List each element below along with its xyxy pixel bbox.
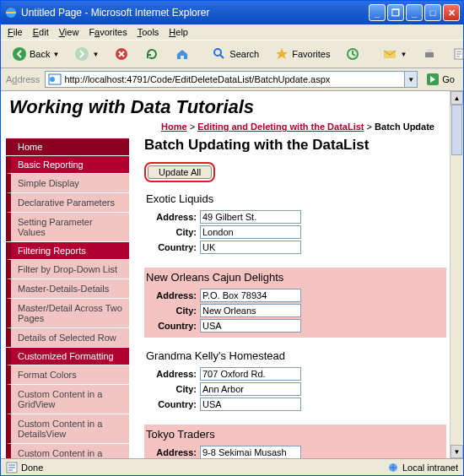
address-bar: Address ▼ Go [1, 68, 463, 91]
menu-favorites[interactable]: Favorites [89, 27, 127, 37]
scroll-down[interactable]: ▼ [451, 445, 463, 458]
country-label: Country: [146, 399, 197, 409]
minimize2-button[interactable]: _ [406, 4, 423, 21]
sidebar-item[interactable]: Custom Content in a DetailsView [6, 414, 129, 443]
menu-file[interactable]: File [8, 27, 23, 37]
address-dropdown[interactable]: ▼ [404, 72, 417, 87]
city-input[interactable] [200, 225, 301, 239]
sidebar-item[interactable]: Filter by Drop-Down List [6, 259, 129, 279]
sidebar-item[interactable]: Custom Content in a GridView [6, 384, 129, 414]
form-row: Country: [146, 241, 445, 254]
supplier-name: Tokyo Traders [146, 428, 445, 441]
country-label: Country: [146, 321, 197, 331]
breadcrumb-sep: > [367, 122, 372, 132]
address-input[interactable] [64, 74, 404, 84]
city-input[interactable] [200, 382, 301, 396]
menu-edit[interactable]: Edit [33, 27, 49, 37]
menu-bar: File Edit View Favorites Tools Help [1, 24, 463, 40]
sidebar-item[interactable]: Master-Details-Details [6, 279, 129, 298]
supplier-block: Tokyo TradersAddress:City:Country: [144, 425, 446, 458]
history-button[interactable] [339, 43, 366, 65]
sidebar-home[interactable]: Home [6, 138, 129, 155]
sidebar-header[interactable]: Basic Reporting [6, 156, 129, 173]
address-input[interactable] [200, 367, 301, 381]
breadcrumb: Home > Editing and Deleting with the Dat… [1, 120, 450, 133]
star-icon [274, 46, 289, 62]
form-row: City: [146, 225, 445, 239]
supplier-name: New Orleans Cajun Delights [146, 271, 445, 284]
minimize-button[interactable]: _ [369, 4, 386, 21]
scroll-thumb[interactable] [451, 105, 462, 155]
sidebar-item[interactable]: Simple Display [6, 173, 129, 192]
print-button[interactable] [416, 43, 443, 65]
page-icon [6, 462, 18, 473]
maximize-button[interactable]: □ [424, 4, 441, 21]
address-input[interactable] [200, 289, 301, 302]
forward-button[interactable]: ▼ [68, 43, 105, 65]
address-label: Address: [146, 447, 197, 457]
edit-button[interactable]: ▼ [446, 43, 464, 65]
mail-button[interactable]: ▼ [376, 43, 413, 65]
sidebar-item[interactable]: Setting Parameter Values [6, 212, 129, 241]
search-label: Search [229, 49, 259, 59]
breadcrumb-section[interactable]: Editing and Deleting with the DataList [197, 122, 364, 132]
supplier-block: Exotic LiquidsAddress:City:Country: [144, 189, 446, 259]
refresh-button[interactable] [138, 43, 165, 65]
highlight-ring: Update All [144, 162, 215, 182]
country-input[interactable] [200, 398, 301, 411]
menu-help[interactable]: Help [169, 27, 188, 37]
address-label: Address: [146, 369, 197, 379]
menu-tools[interactable]: Tools [138, 27, 159, 37]
sidebar-item[interactable]: Declarative Parameters [6, 192, 129, 212]
form-row: Address: [146, 210, 445, 224]
zone-text: Local intranet [402, 462, 458, 473]
site-title: Working with Data Tutorials [9, 96, 441, 118]
chevron-down-icon: ▼ [92, 51, 99, 58]
sidebar-item[interactable]: Details of Selected Row [6, 327, 129, 347]
back-button[interactable]: Back ▼ [6, 43, 65, 65]
chevron-down-icon: ▼ [400, 51, 407, 58]
country-input[interactable] [200, 319, 301, 333]
sidebar-item[interactable]: Master/Detail Across Two Pages [6, 298, 129, 327]
city-input[interactable] [200, 304, 301, 317]
home-button[interactable] [169, 43, 196, 65]
update-all-button[interactable]: Update All [148, 165, 212, 179]
sidebar-header[interactable]: Customized Formatting [6, 348, 129, 365]
scroll-up[interactable]: ▲ [451, 91, 463, 105]
back-label: Back [30, 49, 50, 59]
search-icon [212, 46, 227, 62]
sidebar-item[interactable]: Format Colors [6, 365, 129, 384]
svg-rect-8 [427, 49, 432, 52]
stop-button[interactable] [108, 43, 135, 65]
form-row: City: [146, 382, 445, 396]
search-button[interactable]: Search [206, 43, 265, 65]
favorites-label: Favorites [292, 49, 330, 59]
toolbar: Back ▼ ▼ Search Favorites ▼ ▼ [1, 40, 463, 68]
sidebar-header[interactable]: Filtering Reports [6, 242, 129, 259]
address-input[interactable] [200, 446, 301, 458]
zone-icon [387, 462, 399, 473]
edit-icon [452, 46, 464, 62]
go-button[interactable]: Go [423, 71, 458, 88]
sidebar: Home Basic ReportingSimple DisplayDeclar… [1, 133, 134, 458]
svg-point-2 [75, 47, 89, 61]
close-button[interactable]: ✕ [443, 4, 460, 21]
sidebar-item[interactable]: Custom Content in a [6, 443, 129, 458]
address-input[interactable] [200, 210, 301, 224]
content-area: Working with Data Tutorials Home > Editi… [1, 91, 463, 458]
window-title: Untitled Page - Microsoft Internet Explo… [18, 7, 367, 19]
address-label: Address: [146, 212, 197, 222]
country-input[interactable] [200, 241, 301, 254]
form-row: Country: [146, 319, 445, 333]
form-row: Address: [146, 367, 445, 381]
breadcrumb-home[interactable]: Home [161, 122, 187, 132]
chevron-down-icon: ▼ [52, 51, 59, 58]
favorites-button[interactable]: Favorites [268, 43, 336, 65]
title-bar: Untitled Page - Microsoft Internet Explo… [1, 1, 463, 24]
supplier-name: Exotic Liquids [146, 192, 445, 205]
menu-view[interactable]: View [59, 27, 79, 37]
stop-icon [114, 46, 129, 62]
restore-button[interactable]: ❐ [387, 4, 404, 21]
main-content: Batch Updating with the DataList Update … [134, 133, 450, 458]
back-icon [12, 46, 27, 62]
